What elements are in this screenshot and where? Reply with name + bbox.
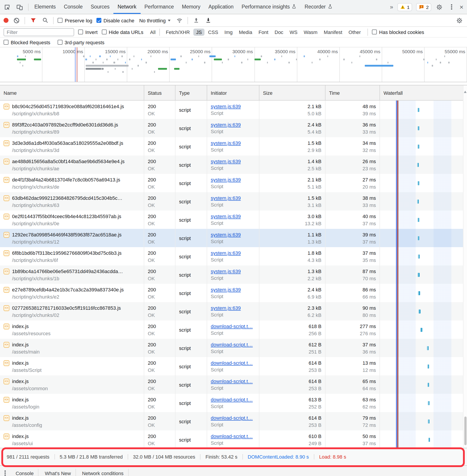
waterfall-bar — [417, 163, 419, 167]
filter-chip[interactable]: Img — [222, 28, 235, 36]
initiator-link[interactable]: download-script.t… — [211, 397, 255, 402]
record-button[interactable] — [4, 18, 9, 23]
initiator-link[interactable]: system.js:639 — [211, 140, 255, 146]
clear-log-icon[interactable] — [13, 16, 21, 24]
initiator-link[interactable]: system.js:639 — [211, 214, 255, 219]
initiator-cell: system.js:639 Script — [207, 302, 259, 320]
initiator-link[interactable]: download-script.t… — [211, 342, 255, 347]
initiator-link[interactable]: system.js:639 — [211, 195, 255, 201]
initiator-link[interactable]: system.js:639 — [211, 159, 255, 164]
checkbox-checked[interactable] — [96, 18, 101, 23]
status-code: 200 — [148, 140, 171, 146]
drawer-tab[interactable]: What's New — [40, 469, 76, 476]
export-har-icon[interactable] — [204, 16, 212, 24]
devtools-tab[interactable]: Recorder — [300, 0, 337, 14]
initiator-link[interactable]: download-script.t… — [211, 434, 255, 439]
resource-type: script — [179, 199, 203, 204]
resource-type: script — [179, 180, 203, 186]
initiator-link[interactable]: system.js:639 — [211, 232, 255, 237]
initiator-link[interactable]: download-script.t… — [211, 360, 255, 366]
settings-gear-icon[interactable] — [435, 3, 443, 11]
status-text: OK — [148, 184, 171, 189]
filter-funnel-icon[interactable] — [29, 16, 37, 24]
search-icon[interactable] — [41, 16, 49, 24]
initiator-link[interactable]: system.js:639 — [211, 269, 255, 274]
request-path: /scripting/x/chunks/89 — [12, 129, 140, 134]
invert-checkbox[interactable]: Invert — [78, 29, 98, 35]
initiator-link[interactable]: download-script.t… — [211, 415, 255, 421]
device-toolbar-icon[interactable] — [16, 3, 24, 11]
request-name-cell: 89f3ff2cc403a097892be2ccff9d0e6301dd36d6… — [0, 119, 144, 137]
has-blocked-cookies-checkbox[interactable]: Has blocked cookies — [372, 29, 424, 35]
issues-badge[interactable]: 2 — [416, 3, 431, 11]
column-header-type[interactable]: Type — [175, 85, 207, 100]
column-header-name[interactable]: Name — [0, 85, 144, 100]
devtools-tab[interactable]: Elements — [30, 0, 60, 14]
initiator-link[interactable]: system.js:639 — [211, 177, 255, 182]
column-header-initiator[interactable]: Initiator — [207, 85, 259, 100]
devtools-tab[interactable]: Sources — [87, 0, 113, 14]
more-tabs-chevron[interactable]: » — [390, 4, 393, 10]
filter-chip[interactable]: All — [147, 28, 160, 36]
devtools-tab[interactable]: Network — [114, 0, 140, 14]
filter-input[interactable] — [4, 28, 74, 36]
drawer-tab[interactable]: Network conditions — [78, 469, 128, 476]
column-header-waterfall[interactable]: Waterfall — [380, 85, 467, 100]
initiator-link[interactable]: system.js:639 — [211, 104, 255, 109]
initiator-type: Script — [211, 110, 255, 116]
filter-chip[interactable]: Manifest — [321, 28, 345, 36]
import-har-icon[interactable] — [192, 16, 200, 24]
status-text: OK — [148, 202, 171, 208]
size-cell: 1.5 kB 3.1 kB — [259, 192, 325, 211]
filter-chip[interactable]: Other — [346, 28, 363, 36]
blocked-requests-checkbox[interactable]: Blocked Requests — [4, 40, 50, 45]
initiator-link[interactable]: system.js:639 — [211, 250, 255, 256]
checkbox-unchecked[interactable] — [58, 18, 63, 23]
drawer-kebab-icon[interactable] — [4, 472, 6, 474]
filter-chip[interactable]: CSS — [205, 28, 221, 36]
column-header-time[interactable]: Time — [325, 85, 380, 100]
request-path: /assets/ui — [12, 440, 140, 446]
disable-cache-checkbox[interactable]: Disable cache — [96, 18, 134, 23]
scrollbar-thumb[interactable] — [464, 417, 466, 445]
scroll-up-arrow-icon[interactable] — [464, 91, 467, 93]
network-overview-timeline[interactable]: 5000 ms 10000 ms 15000 ms 20000 ms 25000… — [0, 47, 467, 82]
column-header-status[interactable]: Status — [144, 85, 175, 100]
network-conditions-icon[interactable] — [175, 16, 183, 24]
initiator-link[interactable]: download-script.t… — [211, 324, 255, 329]
warnings-badge[interactable]: 1 — [397, 3, 412, 11]
devtools-tab[interactable]: Console — [60, 0, 87, 14]
drawer-tab[interactable]: Console — [11, 469, 39, 476]
initiator-link[interactable]: system.js:639 — [211, 305, 255, 311]
table-scrollbar[interactable] — [463, 85, 467, 448]
filter-chip[interactable]: Font — [256, 28, 271, 36]
filter-chip[interactable]: Wasm — [301, 28, 320, 36]
hide-data-urls-checkbox[interactable]: Hide data URLs — [102, 29, 143, 35]
column-header-size[interactable]: Size — [259, 85, 325, 100]
devtools-tab[interactable]: Performance — [140, 0, 178, 14]
status-text: OK — [148, 385, 171, 391]
waterfall-bar — [428, 437, 430, 442]
network-settings-gear-icon[interactable] — [455, 16, 463, 24]
time-cell: 63 ms 62 ms — [325, 394, 380, 412]
devtools-tab[interactable]: Performance insights — [237, 0, 300, 14]
initiator-link[interactable]: system.js:639 — [211, 122, 255, 127]
inspect-element-icon[interactable] — [3, 3, 11, 11]
filter-chip[interactable]: WS — [287, 28, 300, 36]
issues-count: 2 — [426, 4, 429, 10]
devtools-tab[interactable]: Application — [205, 0, 238, 14]
devtools-tab[interactable]: Memory — [178, 0, 205, 14]
initiator-link[interactable]: system.js:639 — [211, 287, 255, 292]
preserve-log-checkbox[interactable]: Preserve log — [58, 18, 92, 23]
kebab-menu-icon[interactable] — [447, 3, 455, 11]
filter-chip[interactable]: JS — [193, 28, 205, 36]
script-file-icon — [4, 305, 9, 311]
filter-chip[interactable]: Media — [236, 28, 255, 36]
filter-chip[interactable]: Doc — [272, 28, 286, 36]
third-party-requests-checkbox[interactable]: 3rd-party requests — [57, 40, 104, 45]
filter-chip[interactable]: Fetch/XHR — [163, 28, 193, 36]
waterfall-cell — [380, 247, 467, 265]
throttling-select[interactable]: No throttling — [138, 17, 172, 24]
initiator-link[interactable]: download-script.t… — [211, 379, 255, 384]
close-icon[interactable]: × — [459, 4, 463, 10]
